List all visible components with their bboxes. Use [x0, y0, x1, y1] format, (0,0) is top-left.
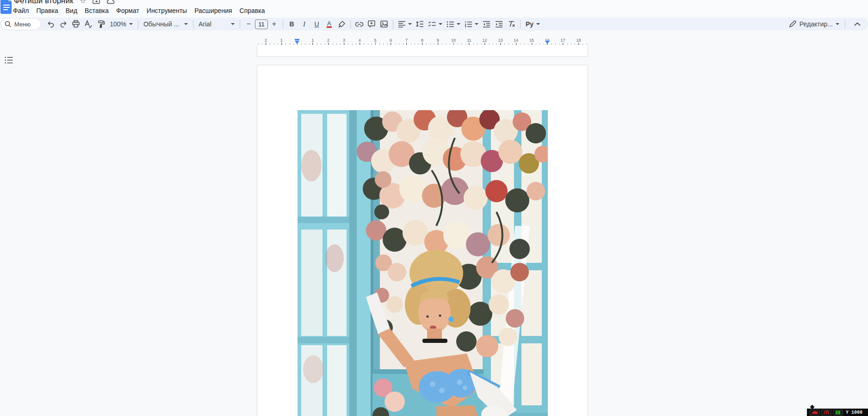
checklist-dropdown-caret[interactable]: [439, 23, 442, 25]
divider: [240, 20, 240, 29]
divider: [283, 20, 283, 29]
chevron-down-icon: [129, 23, 133, 25]
first-line-indent-marker[interactable]: [295, 39, 299, 40]
italic-button[interactable]: I: [298, 19, 310, 30]
menu-item-extensions[interactable]: Расширения: [191, 6, 236, 15]
menu-item-view[interactable]: Вид: [62, 6, 81, 15]
menu-item-tools[interactable]: Инструменты: [143, 6, 191, 15]
menu-item-help[interactable]: Справка: [236, 6, 269, 15]
redo-button[interactable]: [57, 19, 69, 30]
google-docs-app: { "header": { "title": "Фетиши вторник",…: [0, 0, 868, 416]
left-indent-marker[interactable]: [295, 41, 299, 44]
style-value: Обычный ...: [143, 20, 179, 28]
align-button[interactable]: [396, 19, 408, 30]
ruler-number: 2: [326, 38, 330, 43]
spellcheck-button[interactable]: [82, 19, 94, 30]
numbered-list-dropdown-caret[interactable]: [475, 23, 478, 25]
bulleted-list-button[interactable]: [445, 19, 456, 30]
chevron-down-icon: [184, 23, 188, 25]
increase-indent-button[interactable]: [493, 19, 505, 30]
ruler-number: 10: [450, 38, 457, 43]
input-tools-dropdown[interactable]: Ру: [523, 19, 543, 30]
font-value: Arial: [198, 20, 211, 28]
divider: [138, 20, 138, 29]
document-image[interactable]: [298, 110, 548, 416]
hud-icon-red-claw: [821, 410, 831, 416]
font-size-input[interactable]: 11: [255, 19, 268, 29]
paragraph-style-dropdown[interactable]: Обычный ...: [141, 19, 191, 30]
insert-link-button[interactable]: [353, 19, 365, 30]
chevron-down-icon[interactable]: [836, 23, 839, 25]
decrease-font-size-button[interactable]: −: [243, 19, 254, 30]
ruler-number: 15: [528, 38, 535, 43]
pencil-icon: [789, 20, 796, 28]
zoom-dropdown[interactable]: 100%: [107, 19, 136, 30]
right-indent-marker[interactable]: [545, 41, 550, 44]
star-icon[interactable]: ☆: [80, 0, 86, 4]
menu-search-label: Меню: [14, 21, 31, 28]
increase-font-size-button[interactable]: +: [268, 19, 280, 30]
add-comment-button[interactable]: [366, 19, 378, 30]
move-to-folder-icon[interactable]: [93, 0, 100, 4]
print-button[interactable]: [70, 19, 81, 30]
hud-overlay[interactable]: Y 1000: [807, 409, 868, 416]
line-spacing-button[interactable]: [414, 19, 426, 30]
divider: [845, 20, 845, 29]
ruler-number: 8: [420, 38, 424, 43]
menu-search-button[interactable]: Меню: [0, 18, 41, 30]
menu-bar: ФайлПравкаВидВставкаФорматИнструментыРас…: [9, 6, 268, 15]
input-tools-value: Ру: [526, 20, 533, 28]
ruler-number: 5: [373, 38, 377, 43]
collapse-toolbar-button[interactable]: [851, 19, 863, 30]
menu-item-edit[interactable]: Правка: [32, 6, 62, 15]
numbered-list-button[interactable]: [463, 19, 474, 30]
divider: [350, 20, 351, 29]
ruler-number: 3: [342, 38, 346, 43]
app-header: Фетиши вторник ☆ ФайлПравкаВидВставкаФор…: [0, 0, 868, 18]
paint-format-icon[interactable]: [95, 19, 106, 30]
clear-formatting-button[interactable]: [506, 19, 517, 30]
highlight-color-button[interactable]: [336, 19, 347, 30]
zoom-value: 100%: [110, 20, 126, 28]
menu-item-format[interactable]: Формат: [112, 6, 143, 15]
ruler-number: 6: [389, 38, 393, 43]
underline-button[interactable]: U: [311, 19, 322, 30]
insert-image-button[interactable]: [378, 19, 390, 30]
divider: [393, 20, 393, 29]
ruler-number: 18: [575, 38, 582, 43]
text-color-button[interactable]: A: [323, 19, 335, 30]
document-page[interactable]: [257, 65, 588, 416]
ruler-number: 13: [497, 38, 503, 43]
ruler[interactable]: 12123456789101112131415161718: [257, 38, 588, 45]
hud-icon-green: [833, 410, 843, 416]
ruler-number: 9: [436, 38, 440, 43]
bold-button[interactable]: B: [286, 19, 298, 30]
ruler-number: 4: [358, 38, 362, 43]
ruler-number: 2: [264, 38, 268, 43]
ruler-number: 14: [513, 38, 519, 43]
chevron-down-icon: [231, 23, 235, 25]
ruler-number: 7: [404, 38, 409, 43]
cloud-saved-icon[interactable]: [106, 0, 115, 4]
menu-item-insert[interactable]: Вставка: [81, 6, 112, 15]
font-dropdown[interactable]: Arial: [196, 19, 237, 30]
search-icon: [5, 21, 11, 27]
undo-button[interactable]: [45, 19, 56, 30]
bulleted-list-dropdown-caret[interactable]: [457, 23, 460, 25]
ruler-number: 1: [279, 38, 284, 43]
document-title[interactable]: Фетиши вторник: [14, 0, 73, 6]
align-dropdown-caret[interactable]: [408, 23, 412, 25]
document-outline-icon[interactable]: [4, 56, 14, 65]
ruler-number: 1: [310, 38, 315, 43]
toolbar: Меню 100% Обычный ... A: [0, 18, 868, 31]
hud-icon-red-car: [810, 410, 820, 416]
checklist-button[interactable]: [427, 19, 438, 30]
ruler-number: 11: [466, 38, 472, 43]
editing-mode-dropdown[interactable]: Редактир...: [800, 20, 833, 28]
decrease-indent-button[interactable]: [481, 19, 492, 30]
mode-group: Редактир...: [789, 19, 863, 30]
previous-page-bottom[interactable]: [257, 45, 588, 57]
ruler-number: 17: [560, 38, 566, 43]
menu-item-file[interactable]: Файл: [9, 6, 32, 15]
chevron-down-icon: [536, 23, 540, 25]
